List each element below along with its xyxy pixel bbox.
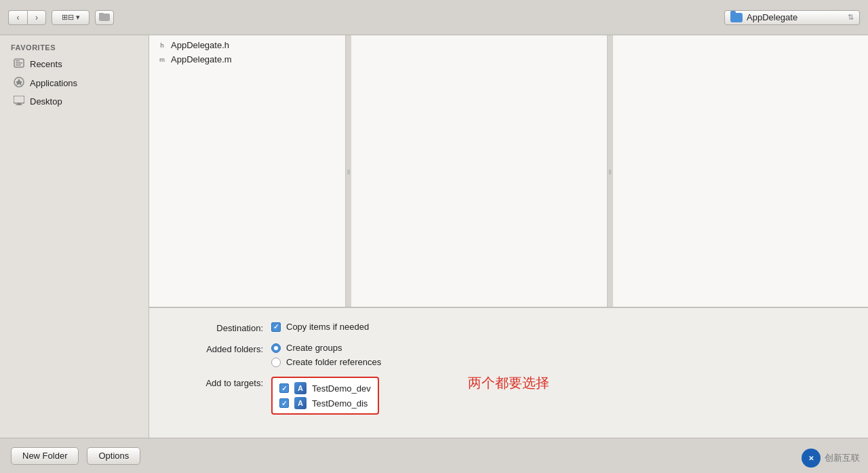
svg-rect-10 — [16, 105, 22, 105]
favorites-label: Favorites — [0, 41, 149, 54]
svg-text:✕: ✕ — [808, 455, 814, 462]
sidebar: Favorites Recents — [0, 35, 149, 438]
nav-group: ‹ › — [8, 10, 46, 25]
watermark-logo: ✕ — [802, 449, 821, 468]
svg-rect-4 — [16, 62, 22, 64]
target-dev-icon-wrap — [294, 382, 307, 394]
file-column-1: h AppDelegate.h m AppDelegate.m — [149, 35, 346, 307]
form-area: Destination: Copy items if needed Added … — [149, 307, 868, 438]
watermark: ✕ 创新互联 — [802, 449, 860, 468]
file-name: AppDelegate.h — [171, 40, 229, 50]
create-groups-label: Create groups — [286, 343, 342, 353]
svg-rect-5 — [16, 64, 21, 66]
target-dev-label: TestDemo_dev — [312, 383, 371, 394]
content-area: Favorites Recents — [0, 35, 868, 438]
file-type-h: h — [157, 42, 167, 49]
create-groups-row: Create groups — [271, 343, 381, 353]
new-folder-button[interactable]: New Folder — [11, 447, 79, 465]
target-dis-checkbox[interactable] — [279, 398, 289, 408]
destination-controls: Copy items if needed — [271, 322, 369, 332]
target-dis-icon-wrap — [294, 397, 307, 409]
targets-box: TestDemo_dev TestDemo_dis — [271, 377, 379, 415]
sidebar-item-applications[interactable]: Applications — [3, 74, 146, 92]
view-toggle-button[interactable]: ⊞⊟ ▾ — [52, 10, 90, 25]
sidebar-item-label: Desktop — [30, 96, 62, 107]
view-icon: ⊞⊟ — [62, 13, 74, 22]
create-folder-refs-row: Create folder references — [271, 357, 381, 367]
bottom-bar: New Folder Options ✕ 创新互联 — [0, 438, 868, 473]
added-folders-row: Added folders: Create groups Create fold… — [176, 343, 841, 367]
location-chevron: ⇅ — [848, 13, 854, 22]
column-resize-handle-1[interactable]: || — [346, 35, 351, 307]
folder-icon — [99, 12, 110, 23]
file-browser: h AppDelegate.h m AppDelegate.m || | — [149, 35, 868, 438]
target-dis-row: TestDemo_dis — [279, 397, 371, 409]
view-chevron: ▾ — [76, 13, 80, 22]
location-select[interactable]: AppDelegate ⇅ — [724, 10, 860, 25]
file-column-3 — [613, 35, 869, 307]
file-name: AppDelegate.m — [171, 54, 232, 64]
destination-row: Destination: Copy items if needed — [176, 322, 841, 333]
sidebar-item-label: Applications — [30, 78, 77, 88]
destination-checkbox-row: Copy items if needed — [271, 322, 369, 332]
xcode-icon-dis — [294, 397, 307, 409]
target-dev-row: TestDemo_dev — [279, 382, 371, 394]
new-folder-toolbar-button[interactable] — [95, 10, 114, 25]
xcode-icon-dev — [294, 382, 307, 394]
file-type-m: m — [157, 56, 167, 63]
svg-rect-8 — [14, 96, 24, 103]
resize-icon: || — [608, 168, 611, 174]
destination-checkbox[interactable] — [271, 322, 281, 332]
column-resize-handle-2[interactable]: || — [608, 35, 613, 307]
back-button[interactable]: ‹ — [8, 10, 27, 25]
annotation-text: 两个都要选择 — [468, 374, 549, 392]
options-button[interactable]: Options — [87, 447, 140, 465]
targets-label: Add to targets: — [176, 377, 271, 388]
destination-checkbox-label: Copy items if needed — [286, 322, 369, 332]
toolbar: ‹ › ⊞⊟ ▾ AppDelegate ⇅ — [0, 0, 868, 35]
targets-row: Add to targets: TestDemo_dev — [176, 377, 841, 415]
resize-icon: || — [347, 168, 350, 174]
target-dis-label: TestDemo_dis — [312, 398, 368, 409]
added-folders-label: Added folders: — [176, 343, 271, 354]
file-column-2 — [351, 35, 608, 307]
sidebar-item-desktop[interactable]: Desktop — [3, 93, 146, 110]
sidebar-item-recents[interactable]: Recents — [3, 55, 146, 73]
target-dev-checkbox[interactable] — [279, 383, 289, 393]
svg-rect-3 — [16, 60, 20, 62]
radio-create-folder-refs[interactable] — [271, 358, 281, 367]
columns-area: h AppDelegate.h m AppDelegate.m || | — [149, 35, 868, 307]
destination-label: Destination: — [176, 322, 271, 333]
sidebar-item-label: Recents — [30, 59, 62, 69]
forward-button[interactable]: › — [27, 10, 46, 25]
desktop-icon — [14, 96, 24, 107]
added-folders-controls: Create groups Create folder references — [271, 343, 381, 367]
applications-icon — [14, 77, 24, 90]
list-item[interactable]: h AppDelegate.h — [149, 38, 345, 52]
create-folder-refs-label: Create folder references — [286, 357, 381, 367]
location-folder-icon — [730, 13, 743, 22]
location-label: AppDelegate — [747, 12, 797, 22]
recents-icon — [14, 58, 24, 71]
watermark-brand: 创新互联 — [825, 452, 860, 464]
file-dialog: ‹ › ⊞⊟ ▾ AppDelegate ⇅ Favorites — [0, 0, 868, 473]
svg-marker-7 — [16, 79, 22, 86]
svg-rect-9 — [17, 103, 21, 105]
list-item[interactable]: m AppDelegate.m — [149, 52, 345, 67]
svg-rect-1 — [99, 13, 104, 16]
radio-create-groups[interactable] — [271, 343, 281, 353]
